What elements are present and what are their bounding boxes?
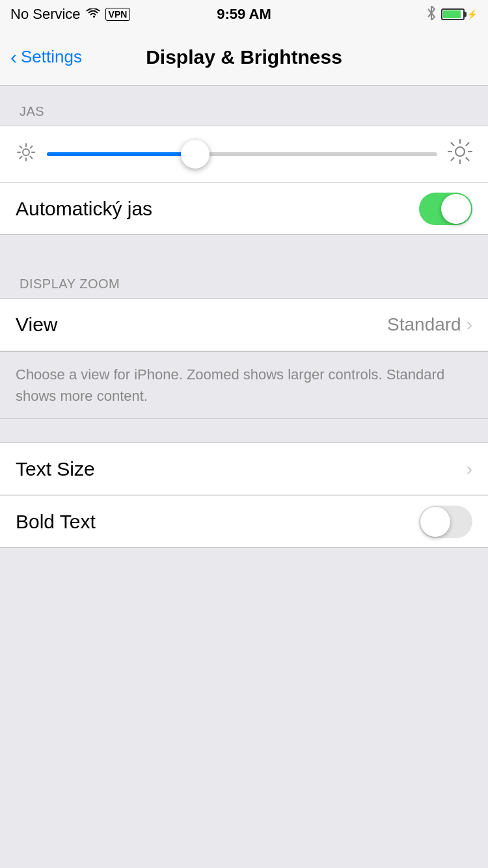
brightness-slider-row — [0, 126, 488, 182]
auto-brightness-toggle[interactable] — [419, 193, 472, 225]
bold-text-toggle[interactable] — [419, 506, 472, 538]
brightness-section: Automatický jas — [0, 126, 488, 235]
svg-line-7 — [31, 146, 33, 148]
text-size-row[interactable]: Text Size › — [0, 443, 488, 495]
view-value-container: Standard › — [387, 314, 472, 335]
sun-large-icon — [448, 139, 472, 169]
description-text: Choose a view for iPhone. Zoomed shows l… — [16, 366, 444, 404]
sun-small-icon — [16, 143, 36, 165]
bluetooth-icon — [427, 6, 436, 23]
content: JAS — [0, 86, 488, 548]
toggle-knob — [441, 194, 471, 224]
slider-thumb[interactable] — [181, 140, 210, 169]
display-zoom-section: View Standard › — [0, 298, 488, 351]
auto-brightness-row: Automatický jas — [0, 182, 488, 234]
wifi-icon — [86, 7, 100, 22]
svg-line-5 — [20, 146, 22, 148]
svg-line-16 — [467, 143, 469, 146]
svg-point-0 — [23, 149, 29, 156]
view-value: Standard — [387, 314, 461, 335]
text-size-chevron-icon: › — [467, 459, 472, 480]
text-size-label: Text Size — [16, 458, 95, 480]
nav-bar: ‹ Settings Display & Brightness — [0, 29, 488, 86]
battery-icon — [441, 8, 465, 20]
svg-point-9 — [455, 147, 465, 156]
battery-container: ⚡ — [441, 8, 478, 20]
charge-icon: ⚡ — [467, 9, 478, 20]
display-zoom-header: DISPLAY ZOOM — [0, 258, 488, 298]
view-chevron-icon: › — [467, 314, 472, 335]
view-label: View — [16, 314, 57, 336]
carrier-label: No Service — [10, 6, 81, 23]
zoom-spacer — [0, 235, 488, 258]
vpn-badge: VPN — [105, 8, 131, 21]
view-row[interactable]: View Standard › — [0, 299, 488, 351]
brightness-section-header: JAS — [0, 86, 488, 126]
back-label: Settings — [21, 47, 82, 67]
time-display: 9:59 AM — [217, 6, 271, 23]
bold-toggle-knob — [420, 507, 450, 537]
back-chevron-icon: ‹ — [10, 47, 17, 67]
bold-text-label: Bold Text — [16, 511, 96, 533]
bold-text-row: Bold Text — [0, 495, 488, 547]
svg-line-14 — [452, 143, 454, 146]
page-title: Display & Brightness — [146, 46, 342, 68]
text-size-value: › — [467, 459, 472, 480]
battery-fill — [443, 10, 461, 18]
svg-line-17 — [452, 158, 454, 161]
brightness-slider[interactable] — [47, 152, 437, 156]
svg-line-15 — [467, 158, 469, 161]
text-size-spacer — [0, 419, 488, 442]
svg-line-8 — [20, 157, 22, 159]
svg-line-6 — [31, 157, 33, 159]
status-bar: No Service VPN 9:59 AM ⚡ — [0, 0, 488, 29]
text-section: Text Size › Bold Text — [0, 442, 488, 548]
status-right: ⚡ — [427, 6, 478, 23]
status-left: No Service VPN — [10, 6, 130, 23]
description-box: Choose a view for iPhone. Zoomed shows l… — [0, 351, 488, 419]
slider-fill — [47, 152, 195, 156]
auto-brightness-label: Automatický jas — [16, 198, 152, 220]
back-button[interactable]: ‹ Settings — [10, 47, 82, 67]
